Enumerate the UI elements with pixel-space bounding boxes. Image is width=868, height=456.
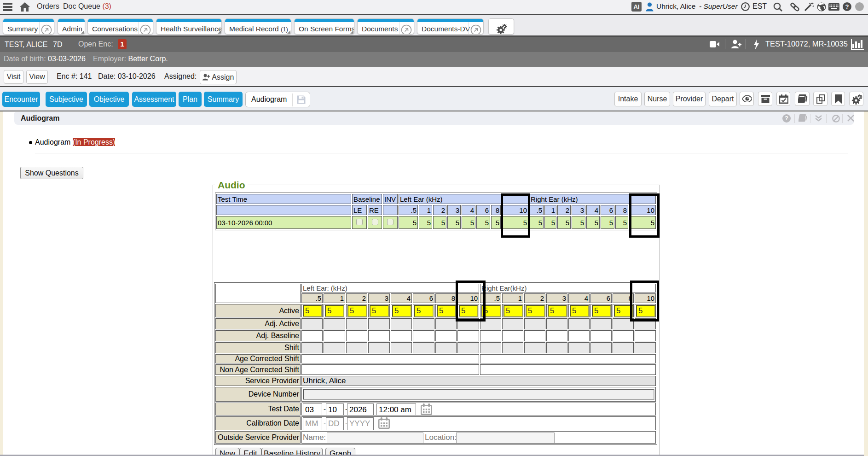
svg-text:?: ? <box>845 3 849 10</box>
svg-text:?: ? <box>785 115 788 122</box>
